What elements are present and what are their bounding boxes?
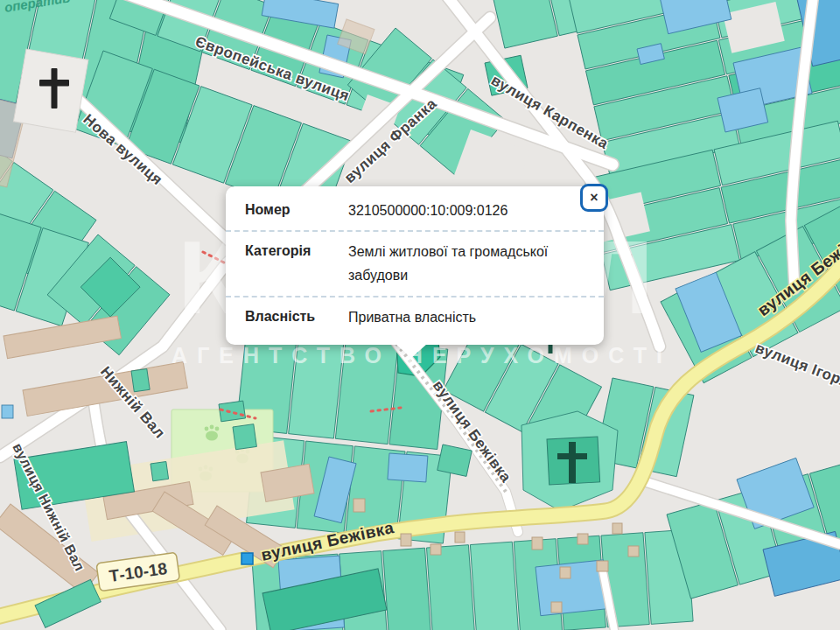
- popup-row: Категорія Землі житлової та громадської …: [226, 230, 604, 295]
- popup-tail: [396, 344, 427, 358]
- popup-row-value: Приватна власність: [348, 305, 586, 329]
- parcel-info-popup: × Номер 3210500000:10:009:0126 Категорія…: [226, 186, 604, 345]
- popup-row-value: Землі житлової та громадської забудови: [348, 240, 586, 287]
- map-viewport[interactable]: оператив Європейська вулиця Нова вулиця …: [0, 0, 840, 630]
- popup-close-button[interactable]: ×: [580, 184, 608, 212]
- popup-row-label: Номер: [245, 199, 348, 221]
- popup-row-label: Категорія: [245, 240, 348, 262]
- popup-row-value: 3210500000:10:009:0126: [348, 199, 586, 222]
- popup-row: Номер 3210500000:10:009:0126: [226, 191, 604, 230]
- popup-row-label: Власність: [245, 305, 348, 328]
- church-plot: [13, 49, 88, 132]
- map-marker[interactable]: [242, 553, 253, 564]
- popup-row: Власність Приватна власність: [226, 296, 604, 337]
